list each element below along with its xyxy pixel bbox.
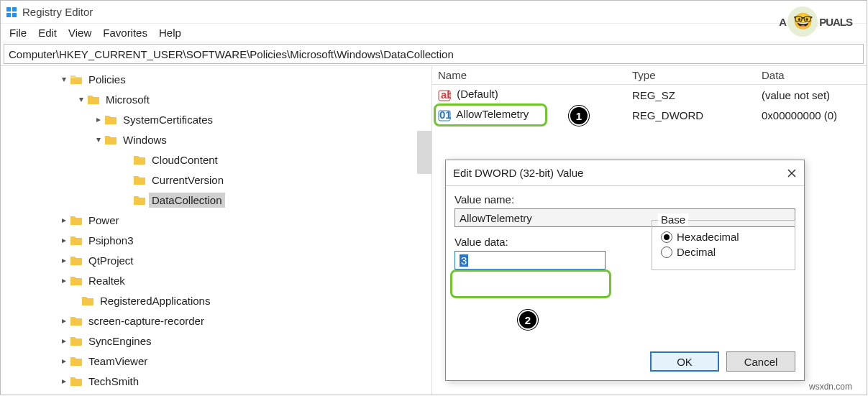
value-data-label: Value data: xyxy=(454,236,630,248)
tree-item-screencapture[interactable]: ▸ screen-capture-recorder xyxy=(1,310,431,331)
base-legend: Base xyxy=(658,213,688,226)
value-type: REG_SZ xyxy=(626,89,756,101)
list-pane[interactable]: Name Type Data ab (Default) REG_SZ (valu… xyxy=(432,66,867,395)
tree-item-datacollection[interactable]: DataCollection xyxy=(1,190,431,210)
tree-item-registeredapplications[interactable]: RegisteredApplications xyxy=(1,290,431,310)
tree-label: DataCollection xyxy=(149,193,225,208)
list-row-default[interactable]: ab (Default) REG_SZ (value not set) xyxy=(432,85,867,105)
chevron-right-icon[interactable]: ▸ xyxy=(58,356,70,366)
chevron-down-icon[interactable]: ▾ xyxy=(58,74,70,84)
dialog-title: Edit DWORD (32-bit) Value xyxy=(453,167,583,179)
chevron-right-icon[interactable]: ▸ xyxy=(58,316,70,326)
annotation-marker-2: 2 xyxy=(518,310,538,330)
menu-help[interactable]: Help xyxy=(155,25,186,40)
tree-item-systemcertificates[interactable]: ▸ SystemCertificates xyxy=(1,109,431,129)
tree-label: CloudContent xyxy=(149,152,221,167)
folder-icon xyxy=(70,73,83,85)
folder-icon xyxy=(70,275,83,286)
tree-item-psiphon3[interactable]: ▸ Psiphon3 xyxy=(1,230,431,250)
tree-item-power[interactable]: ▸ Power xyxy=(1,210,431,230)
tree-item-cloudcontent[interactable]: CloudContent xyxy=(1,149,431,170)
tree-item-techsmith[interactable]: ▸ TechSmith xyxy=(1,371,431,391)
folder-icon xyxy=(104,114,117,125)
tree-label: QtProject xyxy=(86,253,137,268)
column-name[interactable]: Name xyxy=(432,69,626,81)
tree-label: CurrentVersion xyxy=(149,172,227,188)
close-icon[interactable] xyxy=(787,168,797,178)
regedit-app-icon xyxy=(5,6,18,19)
tree-item-qtproject[interactable]: ▸ QtProject xyxy=(1,250,431,270)
radio-icon xyxy=(661,247,672,258)
column-data[interactable]: Data xyxy=(756,69,867,81)
chevron-down-icon[interactable]: ▾ xyxy=(93,134,104,144)
value-name: (Default) xyxy=(457,88,498,100)
folder-icon xyxy=(70,355,83,367)
folder-icon xyxy=(70,254,83,266)
value-data: 0x00000000 (0) xyxy=(756,109,867,121)
dialog-titlebar[interactable]: Edit DWORD (32-bit) Value xyxy=(446,160,804,186)
tree-item-teamviewer[interactable]: ▸ TeamViewer xyxy=(1,351,431,371)
tree-item-policies[interactable]: ▾ Policies xyxy=(1,69,431,89)
tree-label: Windows xyxy=(120,132,170,147)
watermark: wsxdn.com xyxy=(809,382,852,392)
tree-label: RegisteredApplications xyxy=(97,293,213,308)
tree-item-currentversion[interactable]: CurrentVersion xyxy=(1,170,431,190)
tree-label: Policies xyxy=(86,72,129,87)
folder-icon xyxy=(133,174,146,185)
folder-icon xyxy=(70,335,83,346)
value-data: (value not set) xyxy=(756,89,867,101)
svg-rect-1 xyxy=(12,7,17,11)
tree-item-syncengines[interactable]: ▸ SyncEngines xyxy=(1,331,431,351)
chevron-right-icon[interactable]: ▸ xyxy=(58,336,70,346)
folder-icon xyxy=(70,234,83,246)
ok-button[interactable]: OK xyxy=(650,351,719,372)
string-value-icon: ab xyxy=(438,89,451,102)
svg-rect-3 xyxy=(12,13,17,17)
chevron-right-icon[interactable]: ▸ xyxy=(93,114,104,124)
svg-text:011: 011 xyxy=(439,109,451,121)
folder-icon xyxy=(70,375,83,387)
tree-label: TeamViewer xyxy=(86,354,150,369)
base-group: Base Hexadecimal Decimal xyxy=(652,220,795,270)
radio-decimal[interactable]: Decimal xyxy=(661,246,786,258)
chevron-right-icon[interactable]: ▸ xyxy=(58,376,70,386)
chevron-right-icon[interactable]: ▸ xyxy=(58,215,70,225)
value-type: REG_DWORD xyxy=(626,109,756,121)
chevron-right-icon[interactable]: ▸ xyxy=(58,275,70,285)
menu-view[interactable]: View xyxy=(64,25,96,40)
splitter[interactable] xyxy=(417,131,431,174)
menu-edit[interactable]: Edit xyxy=(34,25,61,40)
value-data-field[interactable]: 3 xyxy=(454,251,606,270)
chevron-right-icon[interactable]: ▸ xyxy=(58,255,70,265)
column-type[interactable]: Type xyxy=(626,69,756,81)
address-bar[interactable]: Computer\HKEY_CURRENT_USER\SOFTWARE\Poli… xyxy=(4,44,864,64)
radio-hexadecimal[interactable]: Hexadecimal xyxy=(661,231,786,243)
tree-item-microsoft[interactable]: ▾ Microsoft xyxy=(1,89,431,109)
chevron-down-icon[interactable]: ▾ xyxy=(76,94,87,104)
tree-label: SystemCertificates xyxy=(120,112,216,127)
tree-label: SyncEngines xyxy=(86,333,155,349)
folder-icon xyxy=(81,295,94,306)
chevron-right-icon[interactable]: ▸ xyxy=(58,235,70,245)
list-row-allowtelemetry[interactable]: 011 AllowTelemetry REG_DWORD 0x00000000 … xyxy=(432,105,867,125)
folder-icon xyxy=(70,315,83,326)
menu-favorites[interactable]: Favorites xyxy=(99,25,152,40)
tree-item-windows[interactable]: ▾ Windows xyxy=(1,129,431,149)
folder-icon xyxy=(133,154,146,165)
menu-file[interactable]: File xyxy=(5,25,31,40)
folder-icon xyxy=(104,134,117,145)
tree-label: Microsoft xyxy=(103,92,152,107)
value-name: AllowTelemetry xyxy=(456,108,529,120)
mascot-icon: 🤓 xyxy=(787,6,818,37)
folder-icon xyxy=(133,194,146,206)
tree-label: Psiphon3 xyxy=(86,233,137,248)
svg-rect-2 xyxy=(6,13,11,17)
tree-pane[interactable]: ▾ Policies ▾ Microsoft ▸ SystemCertifica… xyxy=(1,66,432,395)
tree-label: Power xyxy=(86,213,122,228)
tree-label: TechSmith xyxy=(86,374,142,389)
tree-item-realtek[interactable]: ▸ Realtek xyxy=(1,270,431,290)
appuals-logo: A 🤓 PUALS xyxy=(779,6,852,37)
folder-icon xyxy=(87,93,100,105)
svg-text:ab: ab xyxy=(441,89,451,101)
cancel-button[interactable]: Cancel xyxy=(726,351,795,372)
